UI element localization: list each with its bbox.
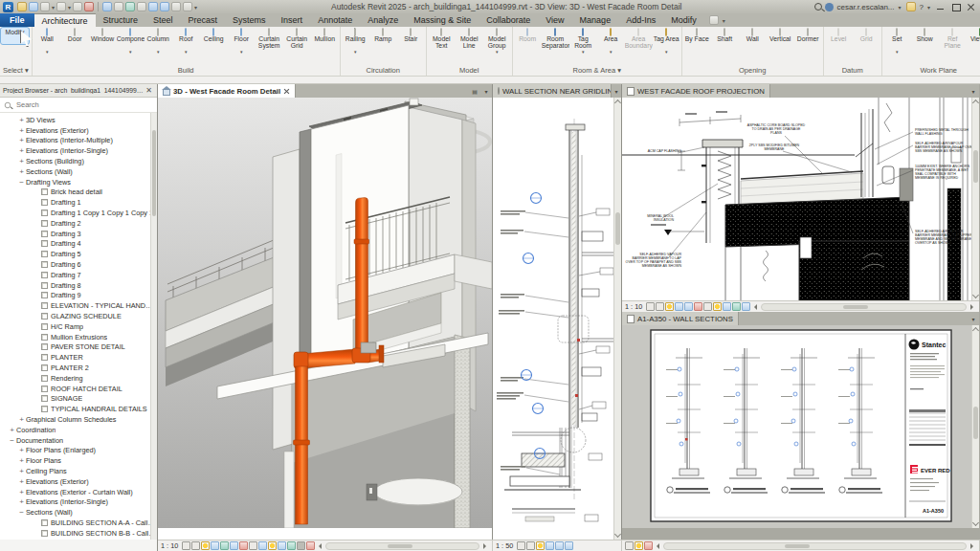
expand-icon[interactable]: − [17, 508, 26, 517]
3d-canvas[interactable]: FRONT [158, 98, 492, 540]
tree-item[interactable]: + 3D Views [0, 115, 157, 125]
help-icon[interactable]: ? [920, 3, 924, 11]
ribbon-button[interactable]: Roof [172, 28, 200, 55]
scroll-right-icon[interactable] [483, 543, 489, 549]
ribbon-button[interactable]: Curtain System [256, 28, 283, 51]
tree-item[interactable]: + Elevations (Exterior) [0, 125, 157, 136]
show-crop-region-icon[interactable] [694, 302, 702, 311]
tree-item[interactable]: ROOF HATCH DETAIL [0, 384, 157, 394]
tree-item[interactable]: ELEVATION - TYPICAL HANDRAIL [0, 300, 157, 311]
ribbon-button[interactable]: Floor [228, 28, 256, 55]
tree-item[interactable]: + Elevations (Exterior) [0, 476, 157, 487]
temporary-view-properties-icon[interactable] [287, 541, 296, 550]
undo-icon[interactable] [40, 2, 50, 11]
tree-item[interactable]: GLAZING SCHEDULE [0, 311, 157, 321]
tab-overflow-icon[interactable]: ▾ [480, 84, 492, 98]
tree-item[interactable]: − Documentation [0, 435, 157, 446]
expand-icon[interactable]: + [17, 415, 26, 424]
tab-close-icon[interactable] [283, 88, 290, 95]
project-browser-header[interactable]: Project Browser - arch_buildinga1_144104… [0, 84, 157, 98]
scale-control[interactable]: 1 : 10 [161, 541, 178, 550]
tree-item[interactable]: + Sections (Building) [0, 156, 157, 166]
sheet-canvas[interactable]: Stantec [622, 325, 979, 528]
tree-item[interactable]: TYPICAL HANDRAIL DETAILS [0, 404, 157, 414]
app-store-icon[interactable] [906, 2, 916, 11]
ribbon-button[interactable]: Area [597, 28, 625, 55]
visual-style-icon[interactable] [656, 302, 664, 311]
tree-item[interactable]: + Sections (Wall) [0, 166, 157, 177]
switch-windows-icon[interactable] [183, 2, 192, 11]
tree-item[interactable]: Drafting 9 [0, 291, 157, 301]
tab-wall-section[interactable]: WALL SECTION NEAR GRIDLINE D [493, 84, 612, 98]
tree-item[interactable]: + Elevations (Interior-Single) [0, 496, 157, 507]
detail-level-icon[interactable] [182, 541, 190, 550]
show-crop-region-icon[interactable] [565, 541, 573, 550]
tree-item[interactable]: − Sections (Wall) [0, 507, 157, 518]
vertical-scrollbar[interactable] [971, 325, 979, 528]
tab-sheet[interactable]: A1-A350 - WALL SECTIONS [622, 312, 739, 325]
tree-item[interactable]: Drafting 7 [0, 270, 157, 280]
panel-label[interactable]: Select ▾ [1, 65, 31, 76]
tab-roof-projection[interactable]: WEST FACADE ROOF PROJECTION [622, 84, 770, 98]
ribbon-button[interactable]: Tag Room [569, 28, 597, 55]
temporary-hide-isolate-icon[interactable] [703, 302, 712, 311]
sun-path-icon[interactable] [201, 541, 210, 550]
ribbon-button[interactable]: Model Line [456, 28, 483, 51]
expand-icon[interactable]: − [17, 178, 26, 187]
expand-icon[interactable]: + [17, 126, 26, 135]
view-list-icon[interactable]: ▤ [469, 84, 480, 98]
tree-item[interactable]: + Ceiling Plans [0, 466, 157, 476]
ribbon-button[interactable]: Tag Area [653, 28, 680, 55]
expand-icon[interactable]: + [17, 146, 26, 155]
browser-scrollbar[interactable] [150, 113, 157, 540]
search-input[interactable] [14, 99, 153, 110]
ribbon-button[interactable]: Dormer [794, 28, 822, 51]
shadows-icon[interactable] [211, 541, 219, 550]
ribbon-button[interactable]: Door [61, 28, 89, 51]
horizontal-scrollbar[interactable] [761, 303, 967, 311]
sun-path-icon[interactable] [536, 541, 545, 550]
expand-icon[interactable]: + [17, 136, 26, 144]
close-inactive-windows-icon[interactable] [171, 2, 181, 11]
tree-item[interactable]: Drafting 5 [0, 249, 157, 259]
tree-item[interactable]: + Elevations (Exterior - Curtain Wall) [0, 487, 157, 497]
revit-logo-icon[interactable]: R [3, 2, 13, 12]
expand-icon[interactable]: + [17, 488, 26, 496]
ribbon-tab[interactable]: Systems [225, 13, 274, 27]
tree-item[interactable]: Drafting 1 Copy 1 Copy 1 Copy 1 [0, 208, 157, 218]
ribbon-button[interactable]: Stair [397, 28, 425, 51]
user-avatar-icon[interactable] [825, 3, 834, 11]
rendering-dialog-icon[interactable] [220, 541, 229, 550]
aligned-dimension-icon[interactable] [102, 2, 112, 11]
tree-item[interactable]: Drafting 2 [0, 218, 157, 229]
reveal-constraints-icon[interactable] [306, 541, 315, 550]
wall-section-canvas[interactable] [493, 98, 621, 540]
reveal-hidden-elements-icon[interactable] [713, 302, 722, 311]
worksharing-display-icon[interactable] [723, 302, 731, 311]
ribbon-button[interactable]: Modify [1, 28, 29, 44]
tree-item[interactable]: H/C Ramp [0, 321, 157, 332]
expand-icon[interactable]: + [17, 477, 26, 486]
ribbon-button[interactable]: Vertical [767, 28, 794, 51]
show-crop-region-icon[interactable] [239, 541, 248, 550]
ribbon-tab[interactable]: Steel [145, 13, 181, 27]
ribbon-button[interactable]: Component [117, 28, 145, 55]
project-browser-close-icon[interactable]: ✕ [144, 86, 154, 95]
tree-item[interactable]: + Coordination [0, 425, 157, 435]
scroll-left-icon[interactable] [316, 543, 322, 549]
tree-item[interactable]: PAVER STONE DETAIL [0, 342, 157, 353]
tree-item[interactable]: PLANTER 2 [0, 363, 157, 373]
maximize-button[interactable] [949, 2, 962, 12]
crop-view-icon[interactable] [555, 541, 564, 550]
scroll-right-icon[interactable] [970, 304, 976, 310]
ribbon-button[interactable]: Ramp [369, 28, 397, 51]
default-3d-view-icon[interactable] [137, 2, 146, 11]
sun-path-icon[interactable] [665, 302, 674, 311]
ribbon-button[interactable]: Railing [342, 28, 369, 55]
vertical-scrollbar[interactable] [613, 98, 621, 540]
expand-icon[interactable]: − [8, 436, 16, 445]
tab-overflow-icon[interactable]: ▾ [968, 84, 979, 98]
scroll-right-icon[interactable] [970, 543, 976, 549]
save-icon[interactable] [29, 2, 38, 11]
temporary-view-properties-icon[interactable] [732, 302, 741, 311]
